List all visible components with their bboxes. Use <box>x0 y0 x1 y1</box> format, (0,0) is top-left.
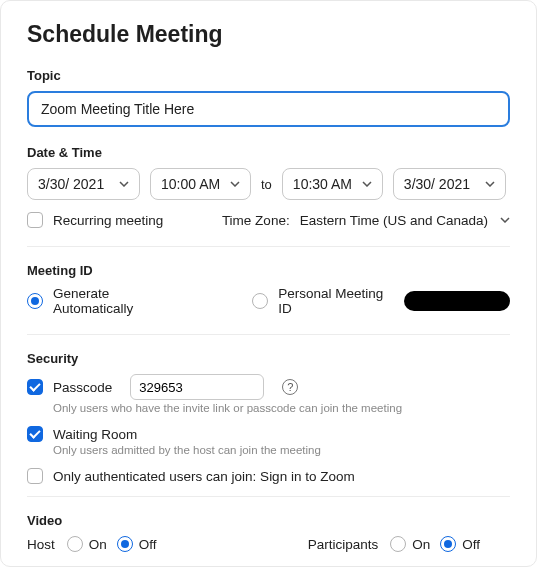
schedule-meeting-panel: Schedule Meeting Topic Date & Time 3/30/… <box>0 0 537 567</box>
host-label: Host <box>27 537 55 552</box>
start-date-value: 3/30/ 2021 <box>38 176 104 192</box>
host-on-radio[interactable] <box>67 536 83 552</box>
timezone-value: Eastern Time (US and Canada) <box>300 213 488 228</box>
personal-id-redacted <box>404 291 510 311</box>
passcode-label: Passcode <box>53 380 112 395</box>
end-time-value: 10:30 AM <box>293 176 352 192</box>
start-time-value: 10:00 AM <box>161 176 220 192</box>
waiting-room-label: Waiting Room <box>53 427 137 442</box>
page-title: Schedule Meeting <box>27 21 510 48</box>
recurring-checkbox[interactable] <box>27 212 43 228</box>
off-label: Off <box>139 537 157 552</box>
start-time-dropdown[interactable]: 10:00 AM <box>150 168 251 200</box>
generate-auto-label: Generate Automatically <box>53 286 192 316</box>
auth-users-label: Only authenticated users can join: Sign … <box>53 469 355 484</box>
waiting-room-checkbox[interactable] <box>27 426 43 442</box>
chevron-down-icon <box>485 179 495 189</box>
meeting-id-label: Meeting ID <box>27 263 510 278</box>
participants-on-radio[interactable] <box>390 536 406 552</box>
waiting-room-desc: Only users admitted by the host can join… <box>53 444 510 456</box>
help-icon[interactable]: ? <box>282 379 298 395</box>
chevron-down-icon <box>500 215 510 225</box>
chevron-down-icon <box>230 179 240 189</box>
end-date-dropdown[interactable]: 3/30/ 2021 <box>393 168 506 200</box>
divider <box>27 246 510 247</box>
recurring-label: Recurring meeting <box>53 213 163 228</box>
topic-input[interactable] <box>27 91 510 127</box>
video-label: Video <box>27 513 510 528</box>
timezone-dropdown[interactable]: Time Zone: Eastern Time (US and Canada) <box>222 213 510 228</box>
passcode-checkbox[interactable] <box>27 379 43 395</box>
security-label: Security <box>27 351 510 366</box>
participants-video-group: Participants On Off <box>308 536 480 552</box>
generate-auto-radio[interactable] <box>27 293 43 309</box>
chevron-down-icon <box>362 179 372 189</box>
topic-label: Topic <box>27 68 510 83</box>
off-label: Off <box>462 537 480 552</box>
datetime-row: 3/30/ 2021 10:00 AM to 10:30 AM 3/30/ 20… <box>27 168 510 200</box>
end-date-value: 3/30/ 2021 <box>404 176 470 192</box>
start-date-dropdown[interactable]: 3/30/ 2021 <box>27 168 140 200</box>
passcode-input[interactable] <box>130 374 264 400</box>
divider <box>27 334 510 335</box>
datetime-label: Date & Time <box>27 145 510 160</box>
divider <box>27 496 510 497</box>
host-off-radio[interactable] <box>117 536 133 552</box>
passcode-desc: Only users who have the invite link or p… <box>53 402 510 414</box>
participants-off-radio[interactable] <box>440 536 456 552</box>
on-label: On <box>412 537 430 552</box>
to-label: to <box>261 177 272 192</box>
end-time-dropdown[interactable]: 10:30 AM <box>282 168 383 200</box>
personal-id-label: Personal Meeting ID <box>278 286 400 316</box>
chevron-down-icon <box>119 179 129 189</box>
on-label: On <box>89 537 107 552</box>
host-video-group: Host On Off <box>27 536 157 552</box>
timezone-label: Time Zone: <box>222 213 290 228</box>
personal-id-radio[interactable] <box>252 293 268 309</box>
auth-users-checkbox[interactable] <box>27 468 43 484</box>
participants-label: Participants <box>308 537 379 552</box>
